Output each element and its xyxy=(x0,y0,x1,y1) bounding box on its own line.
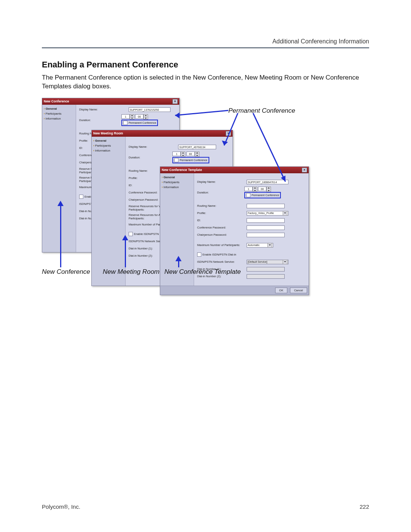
annotation-new-conference-template: New Conference Template xyxy=(164,268,241,276)
routing-name-field[interactable] xyxy=(247,204,285,208)
footer-page-number: 222 xyxy=(360,503,369,510)
duration-hours[interactable]: 1 xyxy=(172,152,181,156)
display-name-field[interactable]: SUPPORT_40768134 xyxy=(178,145,216,149)
permanent-conference-checkbox[interactable]: Permanent Conference xyxy=(244,192,281,198)
dialin2-field[interactable] xyxy=(247,274,285,279)
permanent-conference-checkbox[interactable]: Permanent Conference xyxy=(172,157,209,163)
label-display-name: Display Name: xyxy=(197,180,247,184)
display-name-field[interactable]: SUPPORT_1808647614 xyxy=(247,180,288,184)
dialin1-field[interactable] xyxy=(247,267,285,272)
permanent-conference-checkbox[interactable]: Permanent Conference xyxy=(121,120,158,126)
enable-isdn-checkbox[interactable] xyxy=(129,232,133,236)
label-id: ID: xyxy=(197,219,247,222)
sidebar-item-information[interactable]: ›Information xyxy=(44,117,74,120)
cancel-button[interactable]: Cancel xyxy=(290,288,307,293)
sidebar-item-general[interactable]: ›General xyxy=(44,107,74,110)
label-enable-isdn: Enable ISDN/PSTN Dial-in xyxy=(202,253,236,256)
sidebar-item-participants[interactable]: ›Participants xyxy=(44,112,74,115)
spinner-icon[interactable] xyxy=(130,114,134,120)
duration-minutes[interactable]: 00 xyxy=(258,187,266,191)
annotation-new-meeting-room: New Meeting Room xyxy=(103,268,159,276)
display-name-field[interactable]: SUPPORT_1376215250 xyxy=(129,107,170,112)
label-routing: Routing Name: xyxy=(197,204,247,208)
sidebar-item-participants[interactable]: ›Participants xyxy=(162,181,192,184)
spinner-icon[interactable] xyxy=(143,114,148,120)
footer-company: Polycom®, Inc. xyxy=(42,503,80,510)
chair-password-field[interactable] xyxy=(247,233,285,237)
max-participants-select[interactable]: Automatic xyxy=(247,243,273,248)
dialog-title: New Meeting Room xyxy=(93,131,123,135)
profile-select[interactable]: Factory_Video_Profile xyxy=(247,211,288,216)
section-title: Enabling a Permanent Conference xyxy=(42,60,369,70)
close-icon[interactable]: × xyxy=(226,131,231,136)
sidebar-item-information[interactable]: ›Information xyxy=(162,185,192,189)
annotation-new-conference: New Conference xyxy=(42,268,90,276)
label-confpw: Conference Password: xyxy=(197,226,247,229)
isdn-service-select[interactable]: [Default Service] xyxy=(247,260,288,264)
dialog-title: New Conference xyxy=(44,99,69,103)
sidebar-item-general[interactable]: ›General xyxy=(93,139,124,142)
svg-line-0 xyxy=(175,110,228,115)
ok-button[interactable]: OK xyxy=(275,288,288,293)
spinner-icon[interactable] xyxy=(181,152,185,157)
duration-minutes[interactable]: 00 xyxy=(186,152,195,156)
spinner-icon[interactable] xyxy=(253,187,257,192)
enable-isdn-checkbox[interactable] xyxy=(79,195,83,199)
label-profile: Profile: xyxy=(197,211,247,215)
spinner-icon[interactable] xyxy=(266,187,271,192)
dialog-new-conference-template: New Conference Template × ›General ›Part… xyxy=(160,166,309,295)
duration-hours[interactable]: 1 xyxy=(121,114,130,119)
id-field[interactable] xyxy=(247,218,285,223)
sidebar-item-information[interactable]: ›Information xyxy=(93,149,124,152)
label-isdn-service: ISDN/PSTN Network Service: xyxy=(197,260,247,264)
label-display-name: Display Name: xyxy=(79,108,129,111)
spinner-icon[interactable] xyxy=(195,152,199,157)
label-duration: Duration: xyxy=(79,118,121,122)
label-max: Maximum Number of Participants: xyxy=(197,243,247,247)
sidebar-item-participants[interactable]: ›Participants xyxy=(93,144,124,147)
duration-hours[interactable]: 1 xyxy=(244,187,253,191)
close-icon[interactable]: × xyxy=(302,168,307,173)
figure: New Conference × ›General ›Participants … xyxy=(42,98,308,277)
duration-minutes[interactable]: 00 xyxy=(135,114,143,119)
sidebar-item-general[interactable]: ›General xyxy=(162,176,192,179)
annotation-permanent-conference: Permanent Conference xyxy=(228,107,295,115)
body-paragraph: The Permanent Conference option is selec… xyxy=(42,73,369,91)
label-duration: Duration: xyxy=(129,156,172,159)
enable-isdn-checkbox[interactable] xyxy=(197,252,201,257)
conf-password-field[interactable] xyxy=(247,225,285,230)
close-icon[interactable]: × xyxy=(172,99,178,104)
label-chairpw: Chairperson Password: xyxy=(197,233,247,236)
label-display-name: Display Name: xyxy=(129,145,178,149)
dialog-title: New Conference Template xyxy=(162,168,202,172)
label-duration: Duration: xyxy=(197,191,244,194)
header-text: Additional Conferencing Information xyxy=(42,38,369,48)
